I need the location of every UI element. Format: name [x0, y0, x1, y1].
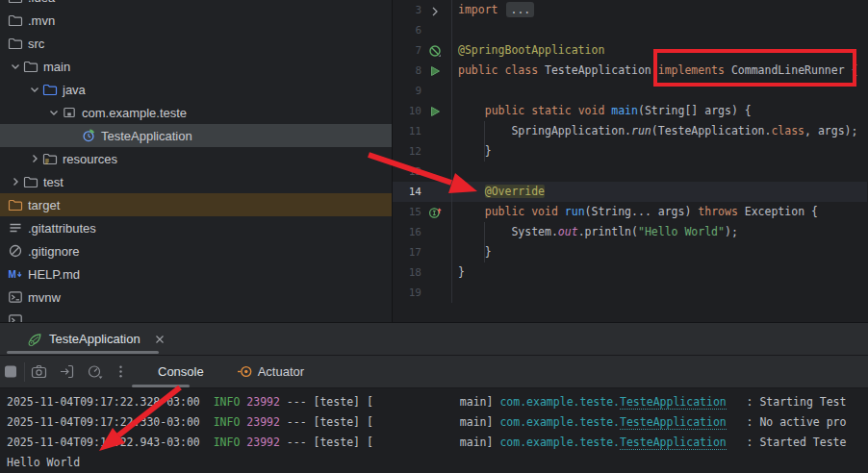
tree-item-help-md[interactable]: MHELP.md [0, 262, 392, 286]
toolbar-divider [24, 362, 25, 382]
spring-bean-icon[interactable] [428, 44, 442, 58]
gauge-icon[interactable] [87, 363, 103, 380]
code-line-18[interactable]: 18} [393, 262, 867, 283]
code-text: } [452, 262, 465, 283]
source-folder-icon [42, 82, 58, 97]
tab-console[interactable]: Console [158, 364, 204, 379]
tree-item--gitattributes[interactable]: .gitattributes [0, 216, 392, 239]
console-text: com.example.teste. [499, 436, 620, 449]
code-line-9[interactable]: 9 [393, 81, 867, 101]
code-line-7[interactable]: 7@SpringBootApplication [393, 40, 867, 61]
run-toolbar: Console Actuator [0, 356, 868, 388]
chevron-right-icon[interactable] [27, 151, 42, 166]
override-icon[interactable] [428, 206, 442, 219]
code-text: @Override [452, 182, 545, 202]
chevron-down-icon[interactable] [46, 105, 62, 120]
line-number: 10 [393, 101, 421, 121]
console-text: com.example.teste. [499, 415, 620, 429]
tree-item-mvnw[interactable]: mvnw [0, 286, 392, 309]
resources-folder-icon [42, 151, 58, 166]
more-options-kebab-icon[interactable] [113, 363, 129, 380]
tree-item-src[interactable]: src [0, 32, 392, 55]
tree-item--gitignore[interactable]: .gitignore [0, 239, 392, 262]
console-line: Hello World [7, 453, 868, 473]
line-number: 12 [393, 141, 421, 162]
console-logger-link[interactable]: TesteApplication [620, 395, 727, 410]
code-line-19[interactable]: 19 [393, 283, 867, 303]
main-area: .idea.mvnsrcmainjavacom.example.testeTes… [0, 0, 868, 322]
tree-item-testeapplication[interactable]: TesteApplication [0, 124, 392, 147]
chevron-down-icon[interactable] [8, 59, 23, 74]
editor-gutter: 16 [393, 222, 452, 242]
tree-item-label: java [63, 83, 86, 97]
spring-boot-leaf-icon [27, 332, 42, 347]
editor-gutter: 11 [393, 121, 452, 141]
console-output[interactable]: 2025-11-04T09:17:22.328-03:00 INFO 23992… [0, 388, 868, 473]
run-icon[interactable] [428, 105, 442, 118]
stop-icon[interactable] [3, 363, 19, 380]
folder-icon [8, 0, 23, 5]
line-number: 7 [393, 40, 421, 61]
editor-gutter: 7 [393, 40, 452, 61]
thread-dump-camera-icon[interactable] [31, 363, 47, 380]
tree-item-label: src [28, 37, 44, 51]
code-line-17[interactable]: 17 } [393, 242, 867, 262]
code-line-13[interactable]: 13 [393, 162, 867, 182]
tree-item-java[interactable]: java [0, 78, 392, 101]
code-line-14[interactable]: 14 @Override [393, 182, 867, 202]
tree-item--idea[interactable]: .idea [0, 0, 392, 9]
close-icon[interactable] [153, 333, 166, 346]
code-text: public static void main(String[] args) { [452, 101, 752, 121]
tree-item-label: HELP.md [28, 267, 80, 282]
code-line-10[interactable]: 10 public static void main(String[] args… [393, 101, 867, 121]
editor-gutter: 18 [393, 262, 452, 283]
excluded-folder-icon [8, 197, 23, 212]
tree-item-target[interactable]: target [0, 193, 392, 216]
code-editor[interactable]: 3import ...67@SpringBootApplication8publ… [393, 0, 867, 322]
code-text: @SpringBootApplication [452, 40, 604, 61]
console-text: 23992 [246, 436, 280, 449]
run-icon[interactable] [428, 64, 442, 78]
tree-item-resources[interactable]: resources [0, 147, 392, 170]
run-config-tab-label: TesteApplication [49, 332, 140, 346]
chevron-right-icon[interactable] [8, 174, 23, 189]
line-number: 15 [393, 202, 421, 222]
fold-chevron-icon[interactable] [428, 4, 442, 17]
code-text: System.out.println("Hello World"); [452, 222, 738, 242]
line-number: 9 [393, 81, 421, 101]
code-line-8[interactable]: 8public class TesteApplication implement… [393, 61, 867, 81]
code-line-15[interactable]: 15 public void run(String... args) throw… [393, 202, 867, 222]
exit-arrow-icon[interactable] [59, 363, 75, 380]
svg-text:M: M [9, 269, 16, 280]
tab-actuator[interactable]: Actuator [237, 363, 304, 380]
tree-item-partial[interactable] [0, 309, 392, 322]
editor-gutter: 6 [393, 20, 452, 40]
code-text: public void run(String... args) throws E… [452, 202, 818, 222]
tab-actuator-label: Actuator [258, 364, 304, 379]
code-line-6[interactable]: 6 [393, 20, 867, 40]
line-number: 11 [393, 121, 421, 141]
editor-gutter: 12 [393, 141, 452, 162]
tree-item-main[interactable]: main [0, 55, 392, 78]
tree-item-label: main [43, 60, 70, 74]
editor-gutter: 17 [393, 242, 452, 262]
code-line-11[interactable]: 11 SpringApplication.run(TesteApplicatio… [393, 121, 867, 141]
editor-gutter: 19 [393, 283, 452, 303]
console-logger-link[interactable]: TesteApplication [620, 415, 727, 430]
code-line-3[interactable]: 3import ... [393, 0, 867, 20]
tree-item-test[interactable]: test [0, 170, 392, 193]
console-logger-link[interactable]: TesteApplication [620, 436, 727, 450]
tree-item-com-example-teste[interactable]: com.example.teste [0, 101, 392, 124]
code-line-16[interactable]: 16 System.out.println("Hello World"); [393, 222, 867, 242]
line-number: 3 [393, 0, 421, 20]
code-line-12[interactable]: 12 } [393, 141, 867, 162]
editor-gutter: 13 [393, 162, 452, 182]
active-tab-underline [7, 351, 159, 354]
ignore-icon [8, 243, 23, 259]
console-text: 2025-11-04T09:17:22.328-03:00 [7, 395, 214, 409]
line-number: 13 [393, 162, 421, 182]
console-text [727, 415, 747, 429]
console-text: 23992 [246, 415, 280, 429]
tree-item--mvn[interactable]: .mvn [0, 9, 392, 32]
chevron-down-icon[interactable] [27, 82, 42, 97]
